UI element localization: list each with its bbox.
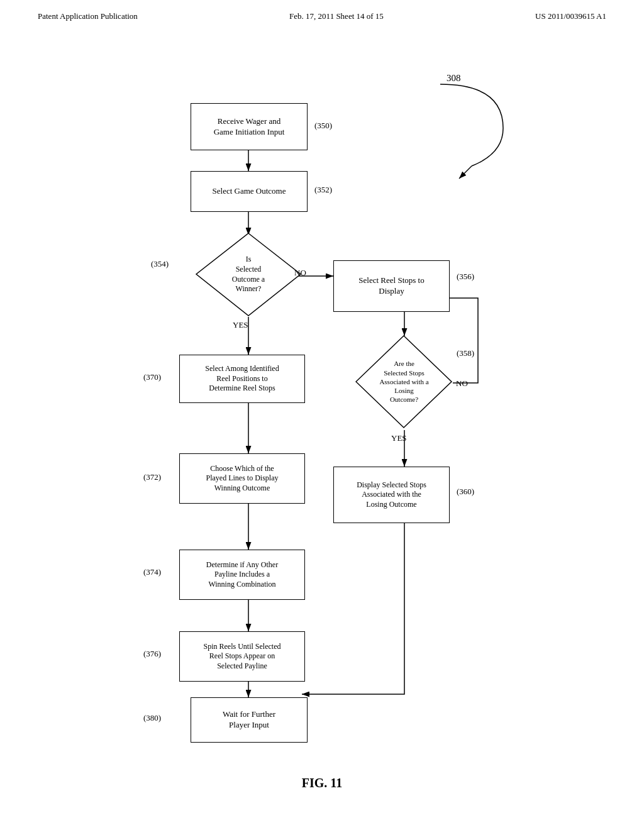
- step-370-text: Select Among Identified Reel Positions t…: [205, 364, 279, 394]
- step-354-diamond: IsSelectedOutcome aWinner?: [195, 232, 302, 317]
- step-358-no-label: NO: [456, 379, 468, 389]
- step-354-diamond-shape: IsSelectedOutcome aWinner?: [195, 232, 302, 317]
- step-350-text: Receive Wager and Game Initiation Input: [214, 116, 285, 138]
- diagram-ref-308: 308: [447, 73, 461, 84]
- step-352-box: Select Game Outcome: [191, 171, 308, 212]
- step-372-box: Choose Which of the Played Lines to Disp…: [179, 453, 305, 504]
- figure-caption: FIG. 11: [0, 776, 644, 803]
- step-380-label: (380): [143, 713, 161, 723]
- step-376-label: (376): [143, 649, 161, 659]
- step-372-text: Choose Which of the Played Lines to Disp…: [206, 464, 279, 494]
- step-358-label: (358): [457, 348, 474, 358]
- step-360-box: Display Selected Stops Associated with t…: [333, 467, 450, 523]
- step-374-box: Determine if Any Other Payline Includes …: [179, 550, 305, 600]
- header-middle: Feb. 17, 2011 Sheet 14 of 15: [289, 11, 384, 21]
- step-356-label: (356): [457, 272, 474, 282]
- step-350-box: Receive Wager and Game Initiation Input: [191, 103, 308, 150]
- step-374-label: (374): [143, 567, 161, 577]
- step-356-box: Select Reel Stops to Display: [333, 260, 450, 312]
- step-380-box: Wait for Further Player Input: [191, 697, 308, 743]
- step-356-text: Select Reel Stops to Display: [358, 275, 424, 297]
- step-354-label: (354): [151, 259, 169, 269]
- step-358-text: Are theSelected StopsAssociated with aLo…: [379, 359, 428, 404]
- step-360-label: (360): [457, 487, 474, 497]
- step-360-text: Display Selected Stops Associated with t…: [357, 480, 426, 510]
- page-header: Patent Application Publication Feb. 17, …: [0, 0, 644, 28]
- step-350-label: (350): [314, 121, 332, 131]
- step-358-diamond: Are theSelected StopsAssociated with aLo…: [355, 335, 453, 429]
- step-354-yes-label: YES: [233, 320, 248, 330]
- step-358-yes-label: YES: [391, 433, 407, 443]
- step-354-no-label: NO: [294, 268, 306, 278]
- header-right: US 2011/0039615 A1: [535, 11, 606, 21]
- step-358-diamond-shape: Are theSelected StopsAssociated with aLo…: [355, 335, 453, 429]
- arrows-svg: [0, 28, 644, 770]
- step-354-text: IsSelectedOutcome aWinner?: [232, 255, 265, 294]
- step-372-label: (372): [143, 472, 161, 482]
- step-380-text: Wait for Further Player Input: [223, 709, 275, 731]
- svg-line-12: [459, 166, 472, 179]
- step-374-text: Determine if Any Other Payline Includes …: [206, 560, 278, 590]
- header-left: Patent Application Publication: [38, 11, 138, 21]
- step-376-box: Spin Reels Until Selected Reel Stops App…: [179, 631, 305, 682]
- step-352-label: (352): [314, 185, 332, 195]
- step-370-label: (370): [143, 372, 161, 382]
- step-370-box: Select Among Identified Reel Positions t…: [179, 355, 305, 403]
- diagram-area: Receive Wager and Game Initiation Input …: [0, 28, 644, 770]
- step-352-text: Select Game Outcome: [213, 186, 286, 197]
- step-376-text: Spin Reels Until Selected Reel Stops App…: [204, 642, 281, 672]
